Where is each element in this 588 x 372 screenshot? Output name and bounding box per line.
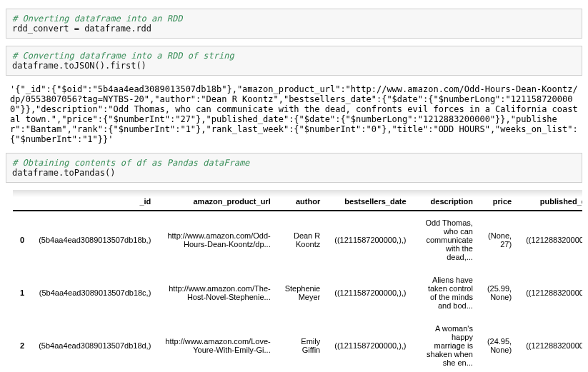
code-line: dataframe.toJSON().first(): [12, 61, 146, 71]
pandas-output: _id amazon_product_url author bestseller…: [6, 190, 582, 372]
cell-bdate: ((1211587200000,),): [327, 317, 413, 372]
cell-url: http://www.amazon.com/Love-Youre-With-Em…: [158, 317, 277, 372]
cell-url: http://www.amazon.com/Odd-Hours-Dean-Koo…: [158, 211, 277, 268]
cell-desc: Aliens have taken control of the minds a…: [414, 268, 480, 317]
row-index: 2: [13, 317, 31, 372]
cell-id: (5b4aa4ead3089013507db18d,): [31, 317, 158, 372]
cell-pdate: ((1212883200000,),): [519, 211, 582, 268]
table-row: 2(5b4aa4ead3089013507db18d,)http://www.a…: [13, 317, 582, 372]
code-line: dataframe.toPandas(): [12, 168, 116, 178]
table-row: 0(5b4aa4ead3089013507db18b,)http://www.a…: [13, 211, 582, 268]
table-row: 1(5b4aa4ead3089013507db18c,)http://www.a…: [13, 268, 582, 317]
cell-id: (5b4aa4ead3089013507db18c,): [31, 268, 158, 317]
code-comment: # Onverting dataframe into an RDD: [12, 14, 182, 24]
cell-pdate: ((1212883200000,),): [519, 317, 582, 372]
cell-bdate: ((1211587200000,),): [327, 211, 413, 268]
code-cell-3: # Obtaining contents of df as Pandas dat…: [6, 153, 582, 183]
code-comment: # Obtaining contents of df as Pandas dat…: [12, 158, 249, 168]
pandas-table: _id amazon_product_url author bestseller…: [13, 193, 582, 372]
cell-bdate: ((1211587200000,),): [327, 268, 413, 317]
cell-author: Stephenie Meyer: [278, 268, 328, 317]
cell-author: Emily Giffin: [278, 317, 328, 372]
code-cell-2: # Converting dataframe into a RDD of str…: [6, 46, 582, 76]
code-cell-1: # Onverting dataframe into an RDD rdd_co…: [6, 9, 582, 39]
code-line: rdd_convert = dataframe.rdd: [12, 24, 151, 34]
cell-price: (25.99, None): [480, 268, 519, 317]
cell-price: (24.95, None): [480, 317, 519, 372]
row-index: 0: [13, 211, 31, 268]
cell-desc: A woman's happy marriage is shaken when …: [414, 317, 480, 372]
code-comment: # Converting dataframe into a RDD of str…: [12, 51, 234, 61]
cell-pdate: ((1212883200000,),): [519, 268, 582, 317]
cell-price: (None, 27): [480, 211, 519, 268]
row-index: 1: [13, 268, 31, 317]
cell-desc: Odd Thomas, who can communicate with the…: [414, 211, 480, 268]
cell-url: http://www.amazon.com/The-Host-Novel-Ste…: [158, 268, 277, 317]
cell-author: Dean R Koontz: [278, 211, 328, 268]
cell-2-output: '{"_id":{"$oid":"5b4aa4ead3089013507db18…: [6, 83, 582, 150]
cell-id: (5b4aa4ead3089013507db18b,): [31, 211, 158, 268]
